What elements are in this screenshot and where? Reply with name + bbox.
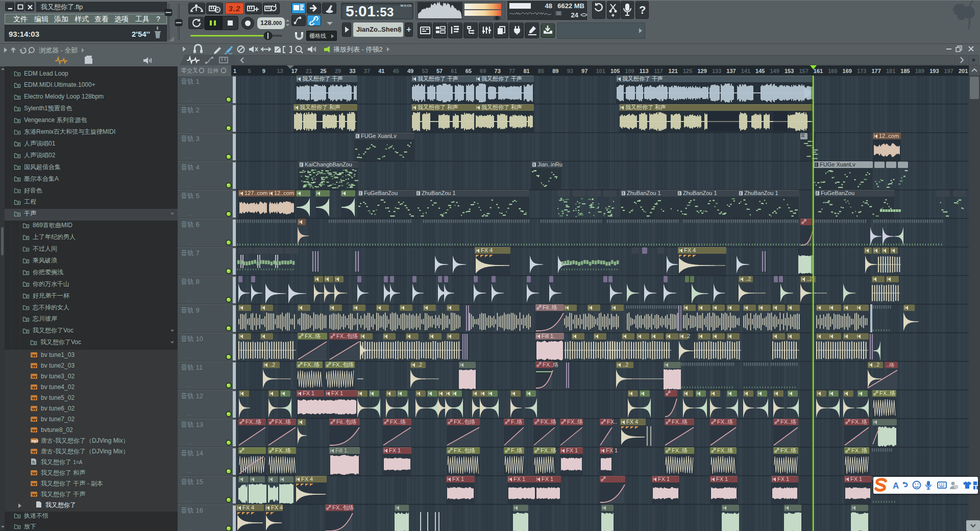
svg-text:音轨 15: 音轨 15 xyxy=(181,478,203,486)
svg-text:141: 141 xyxy=(741,68,750,74)
svg-text:音轨 3: 音轨 3 xyxy=(181,135,200,142)
svg-text:音轨 2: 音轨 2 xyxy=(181,106,200,114)
svg-text:6622 MB: 6622 MB xyxy=(557,2,584,10)
svg-text:165: 165 xyxy=(828,68,837,74)
svg-text:?: ? xyxy=(639,4,646,16)
svg-text:...: ... xyxy=(187,125,191,131)
svg-text:97: 97 xyxy=(581,68,587,74)
svg-text:25: 25 xyxy=(321,68,327,74)
svg-text:153: 153 xyxy=(785,68,794,74)
svg-text:...: ... xyxy=(187,239,191,245)
svg-text:A: A xyxy=(893,481,899,491)
svg-text:音轨 11: 音轨 11 xyxy=(181,364,203,371)
svg-text:...: ... xyxy=(187,525,191,531)
svg-text:121: 121 xyxy=(669,68,678,74)
svg-text:125: 125 xyxy=(683,68,692,74)
svg-text:音轨 9: 音轨 9 xyxy=(181,306,200,314)
svg-text:...: ... xyxy=(187,182,191,188)
svg-text:177: 177 xyxy=(872,68,881,74)
svg-text:音轨 14: 音轨 14 xyxy=(181,449,203,457)
svg-text:音轨 1: 音轨 1 xyxy=(181,78,200,85)
svg-text:197: 197 xyxy=(944,68,953,74)
svg-text:5: 5 xyxy=(248,68,251,74)
svg-text:93: 93 xyxy=(567,68,573,74)
svg-text:85: 85 xyxy=(538,68,544,74)
svg-text:189: 189 xyxy=(915,68,924,74)
svg-text:81: 81 xyxy=(523,68,529,74)
svg-text:133: 133 xyxy=(712,68,721,74)
svg-text:音轨 7: 音轨 7 xyxy=(181,249,200,257)
svg-text:109: 109 xyxy=(625,68,634,74)
svg-text:161: 161 xyxy=(814,68,823,74)
svg-text:45: 45 xyxy=(393,68,399,74)
svg-text:...: ... xyxy=(187,96,191,102)
svg-text:24: 24 xyxy=(571,11,579,19)
svg-text:...: ... xyxy=(187,496,191,502)
svg-text:13: 13 xyxy=(277,68,283,74)
svg-text:49: 49 xyxy=(407,68,413,74)
svg-text:137: 137 xyxy=(726,68,736,74)
svg-text:157: 157 xyxy=(799,68,808,74)
svg-text:169: 169 xyxy=(843,68,852,74)
svg-text:...: ... xyxy=(187,439,191,445)
svg-text:...: ... xyxy=(187,468,191,474)
svg-text:41: 41 xyxy=(378,68,384,74)
svg-text:61: 61 xyxy=(451,68,457,74)
svg-text:48: 48 xyxy=(545,2,552,10)
svg-text:音轨 6: 音轨 6 xyxy=(181,221,200,228)
svg-text:...: ... xyxy=(187,411,191,417)
svg-text:129: 129 xyxy=(697,68,706,74)
svg-text:185: 185 xyxy=(900,68,910,74)
svg-text:...: ... xyxy=(187,296,191,302)
svg-text:65: 65 xyxy=(465,68,472,74)
svg-text:21: 21 xyxy=(306,68,312,74)
svg-text:音轨 13: 音轨 13 xyxy=(181,421,203,428)
svg-text:101: 101 xyxy=(596,68,605,74)
svg-text:193: 193 xyxy=(929,68,939,74)
svg-text:77: 77 xyxy=(509,68,515,74)
svg-text:53: 53 xyxy=(422,68,428,74)
svg-text:117: 117 xyxy=(654,68,663,74)
svg-text:89: 89 xyxy=(552,68,558,74)
svg-text:201: 201 xyxy=(959,68,968,74)
svg-text:113: 113 xyxy=(640,68,649,74)
svg-text:17: 17 xyxy=(291,68,298,74)
svg-text:69: 69 xyxy=(480,68,486,74)
svg-text:...: ... xyxy=(187,153,191,159)
svg-text:9: 9 xyxy=(262,68,265,74)
svg-text:57: 57 xyxy=(436,68,443,74)
svg-text:音轨 8: 音轨 8 xyxy=(181,278,200,285)
svg-text:音轨 12: 音轨 12 xyxy=(181,392,203,400)
svg-text:73: 73 xyxy=(495,68,501,74)
svg-text:181: 181 xyxy=(886,68,895,74)
svg-text:173: 173 xyxy=(857,68,866,74)
svg-text:播放列表 - 停顿2: 播放列表 - 停顿2 xyxy=(333,45,383,53)
svg-text:...: ... xyxy=(187,210,191,216)
svg-text:149: 149 xyxy=(770,68,779,74)
svg-text:...: ... xyxy=(187,382,191,388)
svg-text:33: 33 xyxy=(349,68,355,74)
svg-text:1: 1 xyxy=(233,68,236,74)
svg-text:29: 29 xyxy=(335,68,341,74)
svg-text:105: 105 xyxy=(610,68,620,74)
svg-text:音轨 4: 音轨 4 xyxy=(181,163,200,171)
svg-text:37: 37 xyxy=(364,68,370,74)
svg-text:...: ... xyxy=(187,268,191,274)
svg-text:音轨 5: 音轨 5 xyxy=(181,192,200,200)
svg-text:145: 145 xyxy=(755,68,765,74)
svg-text:音轨 10: 音轨 10 xyxy=(181,335,203,343)
svg-text:音轨 16: 音轨 16 xyxy=(181,506,203,514)
svg-text:...: ... xyxy=(187,325,191,331)
svg-text:...: ... xyxy=(187,353,191,359)
